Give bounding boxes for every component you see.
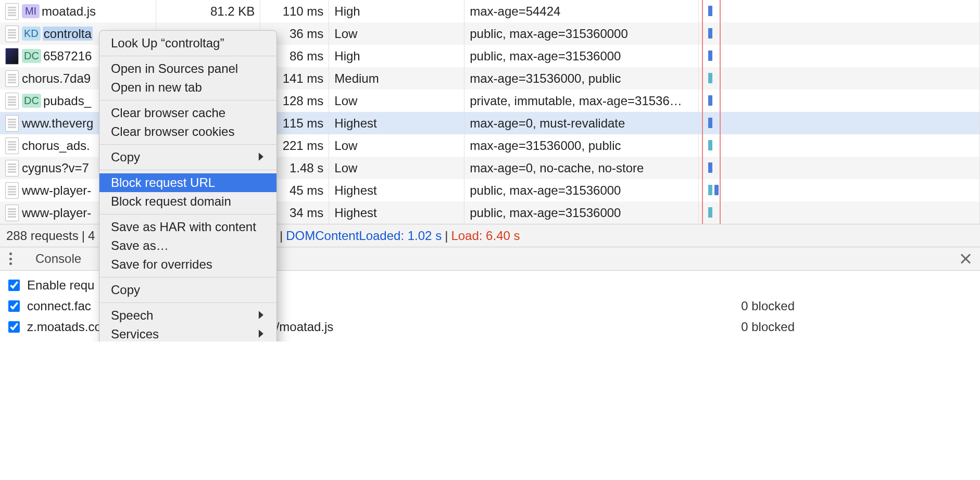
timeline-ruler [720,67,721,90]
ctx-separator [99,214,277,214]
waterfall-bar [708,28,712,39]
ctx-open-sources[interactable]: Open in Sources panel [99,59,277,78]
ctx-services-submenu[interactable]: Services [99,325,277,342]
cell-priority: Low [329,134,464,157]
ctx-separator [99,56,277,56]
status-separator: | [280,229,283,243]
document-file-icon [5,182,19,199]
context-menu[interactable]: Look Up “controltag” Open in Sources pan… [99,30,277,342]
initiator-badge: KD [22,27,41,41]
cell-priority: High [329,45,464,67]
ctx-lookup[interactable]: Look Up “controltag” [99,34,277,53]
request-name: pubads_ [43,94,91,108]
kebab-menu-icon[interactable] [4,252,17,265]
blocked-pattern-text: connect.fac [27,299,91,313]
timeline-ruler [720,90,721,112]
cell-waterfall [699,112,980,134]
ctx-separator [99,170,277,170]
status-dcl: DOMContentLoaded: 1.02 s [286,229,442,243]
ctx-separator [99,277,277,277]
cell-waterfall [699,90,980,112]
timeline-ruler [702,0,703,22]
cell-priority: Low [329,90,464,112]
document-file-icon [5,160,19,176]
ctx-speech-submenu[interactable]: Speech [99,306,277,325]
document-file-icon [5,26,19,42]
initiator-badge: DC [22,94,41,108]
cell-priority: Highest [329,201,464,224]
status-separator: | [445,229,448,243]
cell-cache-control: public, max-age=31536000 [464,201,699,224]
timeline-ruler [702,157,703,179]
cell-name[interactable]: MImoatad.js [0,0,156,22]
waterfall-bar [708,73,712,83]
cell-size: 81.2 KB [156,0,260,22]
status-load: Load: 6.40 s [451,229,520,243]
ctx-save-har[interactable]: Save as HAR with content [99,218,277,236]
timeline-ruler [720,134,721,157]
ctx-clear-cookies[interactable]: Clear browser cookies [99,122,277,141]
enable-blocking-checkbox[interactable] [8,280,20,291]
cell-cache-control: max-age=0, must-revalidate [464,112,699,134]
ctx-save-overrides[interactable]: Save for overrides [99,255,277,274]
timeline-ruler [702,90,703,112]
request-name: cygnus?v=7 [22,161,89,175]
request-name: controlta [43,27,93,41]
initiator-badge: MI [22,4,40,18]
ctx-save-as[interactable]: Save as… [99,236,277,255]
cell-waterfall [699,179,980,201]
cell-priority: Low [329,22,464,45]
request-name: www.theverg [22,116,93,130]
ctx-block-domain[interactable]: Block request domain [99,192,277,211]
document-file-icon [5,3,19,20]
waterfall-bar [714,185,719,195]
waterfall-bar [708,6,712,16]
request-name: moatad.js [42,4,96,18]
request-name: www-player- [22,183,91,197]
timeline-ruler [720,112,721,134]
timeline-ruler [720,22,721,45]
close-icon[interactable] [959,252,972,265]
cell-waterfall [699,157,980,179]
cell-waterfall [699,45,980,67]
blocked-count: 0 blocked [741,320,972,334]
timeline-ruler [702,134,703,157]
cell-cache-control: public, max-age=315360000 [464,22,699,45]
initiator-badge: DC [22,49,41,63]
timeline-ruler [702,22,703,45]
cell-waterfall [699,0,980,22]
ctx-separator [99,302,277,303]
ctx-copy[interactable]: Copy [99,281,277,299]
waterfall-bar [708,162,712,173]
cell-priority: Medium [329,67,464,90]
ctx-copy-submenu[interactable]: Copy [99,148,277,167]
cell-waterfall [699,201,980,224]
ctx-block-url[interactable]: Block request URL [99,173,277,192]
chevron-right-icon [258,308,265,323]
chevron-right-icon [258,150,265,165]
document-file-icon [5,93,19,109]
document-file-icon [5,115,19,132]
table-row[interactable]: MImoatad.js81.2 KB110 msHighmax-age=5442… [0,0,980,22]
cell-time: 110 ms [260,0,329,22]
timeline-ruler [720,179,721,201]
cell-waterfall [699,22,980,45]
status-truncated: 4 [88,229,95,243]
chevron-right-icon [258,327,265,342]
document-file-icon [5,70,19,87]
waterfall-bar [708,95,712,106]
cell-priority: Highest [329,112,464,134]
timeline-ruler [720,201,721,224]
blocked-pattern-checkbox[interactable] [8,300,20,312]
waterfall-bar [708,207,712,218]
request-name: chorus.7da9 [22,71,91,85]
status-requests: 288 requests [6,229,79,243]
image-file-icon [5,48,19,65]
blocked-pattern-checkbox[interactable] [8,321,20,333]
tab-console[interactable]: Console [27,251,90,266]
cell-waterfall [699,67,980,90]
timeline-ruler [720,157,721,179]
waterfall-bar [708,185,712,195]
ctx-open-tab[interactable]: Open in new tab [99,78,277,97]
ctx-clear-cache[interactable]: Clear browser cache [99,104,277,122]
